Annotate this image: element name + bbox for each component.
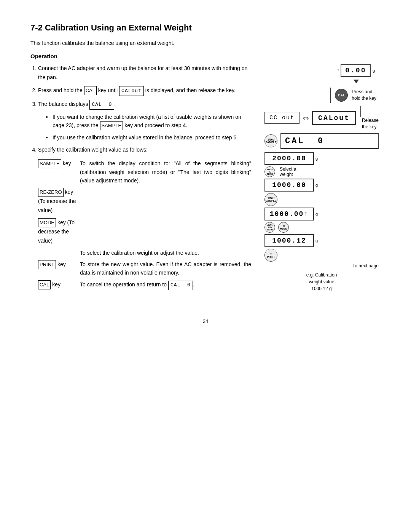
cal0-seg-display: CAL 0 — [280, 133, 379, 149]
step4-blank-desc: To select the calibration weight or adju… — [80, 247, 251, 259]
sample-btn-line2: SAMPLE — [265, 141, 276, 144]
step4-print-desc: To store the new weight value. Even if t… — [80, 259, 251, 279]
step4-cal-row: CAL key To cancel the operation and retu… — [38, 279, 251, 292]
step-4-intro: Specify the calibration weight value as … — [38, 147, 148, 153]
step4-rezero-row: RE-ZERO key (To increase the value) — [38, 186, 251, 217]
page-title: 7-2 Calibration Using an External Weight — [30, 23, 381, 36]
left-content: Connect the AC adapter and warm up the b… — [30, 64, 251, 296]
sample-button-2: 1/10d SAMPLE — [264, 193, 277, 206]
rezero-key: RE-ZERO — [38, 188, 64, 197]
sample-key: SAMPLE — [38, 159, 61, 168]
step4-rezero-desc — [80, 186, 251, 217]
diagram-area: ° 0.00 g CAL Press andhold the key — [263, 64, 381, 292]
cal-button-row: CAL Press andhold the key — [264, 88, 376, 103]
rezero-mode-row: +0/T+ RE-ZERO ⇔ MODE — [264, 222, 379, 233]
cal0-display-inline: CAL 0 — [89, 100, 114, 110]
step4-cal-key-cell: CAL key — [38, 279, 80, 292]
cal0-row: 1/10d SAMPLE CAL 0 — [264, 133, 379, 149]
step4-table: SAMPLE key To switch the display conditi… — [38, 158, 251, 292]
step-3-bullets: If you want to change the calibration we… — [42, 113, 251, 142]
select-weight-label: Select aweight — [280, 166, 296, 177]
display-1000cursor-group: 1000.00↑ g — [264, 208, 379, 220]
sample-button-1: 1/10d SAMPLE — [264, 134, 277, 147]
page-number: 24 — [30, 318, 381, 324]
rezero-btn-line2-2: RE-ZERO — [265, 226, 275, 231]
cal0-display-group: CAL 0 — [280, 133, 379, 149]
sample-btn2-line2: SAMPLE — [265, 200, 276, 202]
step4-cal-desc: To cancel the operation and return to CA… — [80, 279, 251, 292]
intro-text: This function calibrates the balance usi… — [30, 40, 381, 46]
to-next-label: To next page — [352, 263, 379, 268]
print-button: ○ PRINT — [264, 249, 277, 262]
step-3-text-before: The balance displays — [38, 101, 89, 107]
step-4: Specify the calibration weight value as … — [38, 145, 251, 291]
down-arrow — [354, 78, 359, 85]
unit-g-3: g — [315, 212, 318, 216]
sample-key-b1: SAMPLE — [100, 121, 123, 130]
step4-mode-key: MODE key (To decrease the value) — [38, 217, 80, 247]
cal-button-diagram: CAL — [335, 89, 348, 102]
step4-rezero-key: RE-ZERO key (To increase the value) — [38, 186, 80, 217]
sample-btn-line1: 1/10d — [268, 138, 274, 141]
vertical-connector-1 — [330, 88, 331, 103]
to-next-page: To next page — [264, 263, 379, 268]
display-100012-group: 1000.12 g — [264, 234, 379, 247]
mode-btn-icon: ⇔ — [282, 224, 285, 228]
display-2000-row: 2000.00 g — [264, 152, 379, 165]
step-2-text-end: is displayed, and then release the key. — [144, 87, 236, 93]
step-3: The balance displays CAL 0. If you want … — [38, 100, 251, 142]
display-100012: 1000.12 — [264, 234, 314, 247]
eg-label: e.g. Calibrationweight value1000.12 g — [264, 272, 379, 292]
top-section: ° 0.00 g — [264, 64, 375, 86]
cal-key-inline: CAL — [84, 86, 97, 95]
display-1000-cursor: 1000.00↑ — [264, 208, 314, 220]
top-display-row: ° 0.00 g — [338, 64, 375, 77]
rezero-button-1: +0/T+ RE-ZERO — [264, 166, 275, 177]
mode-button: ⇔ MODE — [278, 222, 289, 233]
display-100012-row: 1000.12 g — [264, 234, 379, 247]
top-display: 0.00 — [341, 64, 371, 77]
sample-btn2-row: 1/10d SAMPLE — [264, 193, 379, 206]
step-2: Press and hold the CAL key until CALout … — [38, 86, 251, 96]
release-label-group: Releasethe key — [360, 106, 379, 130]
step4-sample-desc: To switch the display condition to: "All… — [80, 158, 251, 186]
step4-mode-row: MODE key (To decrease the value) — [38, 217, 251, 247]
step-2-text-mid: key until — [97, 87, 119, 93]
arrow-symbol: ⇔ — [303, 113, 309, 123]
step4-blank-key — [38, 247, 80, 259]
display-2000-group: 2000.00 g — [264, 152, 379, 165]
step4-blank-row: To select the calibration weight or adju… — [38, 247, 251, 259]
display-1000-row: 1000.00 g — [264, 179, 379, 192]
top-unit: g — [373, 68, 375, 73]
print-btn-icon: ○ — [270, 252, 272, 256]
display-1000-group: 1000.00 g — [264, 179, 379, 192]
steps-list: Connect the AC adapter and warm up the b… — [30, 64, 251, 292]
unit-g-2: g — [315, 183, 318, 187]
v-connector-2 — [360, 106, 361, 117]
calout-row: CC out ⇔ CALout Releasethe key — [264, 106, 379, 130]
cal-btn-label: CAL — [338, 93, 345, 97]
calout-main-display: CALout — [312, 111, 356, 125]
diagram-container: ° 0.00 g CAL Press andhold the key — [264, 64, 379, 292]
sample-btn2-line1: 1/10d — [268, 197, 274, 200]
bullet-2: If you use the calibration weight value … — [46, 133, 251, 142]
bullet-1-text-after: key and proceed to step 4. — [123, 122, 187, 128]
step-1: Connect the AC adapter and warm up the b… — [38, 64, 251, 82]
cal0-ref: CAL 0 — [168, 281, 193, 290]
bullet-1: If you want to change the calibration we… — [46, 113, 251, 130]
step-3-text-after: . — [114, 101, 116, 107]
print-key: PRINT — [38, 260, 56, 269]
unit-g-1: g — [315, 156, 318, 161]
display-2000: 2000.00 — [264, 152, 314, 165]
mode-btn-label: MODE — [280, 228, 287, 230]
display-1000cursor-row: 1000.00↑ g — [264, 208, 379, 220]
rezero-select-row: +0/T+ RE-ZERO Select aweight — [264, 166, 379, 177]
step4-sample-row: SAMPLE key To switch the display conditi… — [38, 158, 251, 186]
degree-symbol: ° — [338, 69, 339, 73]
display-1000: 1000.00 — [264, 179, 314, 192]
cc-out-display: CC out — [264, 112, 299, 124]
step4-print-row: PRINT key To store the new weight value.… — [38, 259, 251, 279]
step-2-text-before: Press and hold the — [38, 87, 84, 93]
mode-key: MODE — [38, 218, 56, 227]
print-btn-row: ○ PRINT — [264, 249, 379, 262]
